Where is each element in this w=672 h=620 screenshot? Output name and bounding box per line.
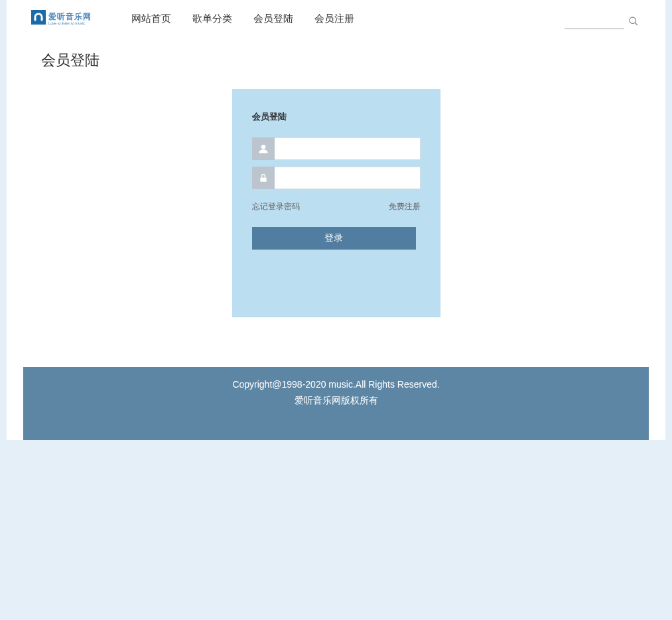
svg-line-4: [635, 23, 638, 25]
login-card: 会员登陆 忘记登录密码 免费注册 登录: [232, 89, 440, 317]
lock-icon: [252, 167, 275, 189]
svg-rect-2: [41, 18, 43, 21]
nav-home[interactable]: 网站首页: [131, 13, 171, 25]
user-icon: [252, 137, 275, 160]
headphones-icon: [31, 10, 46, 27]
logo-cn-text: 爱听音乐网: [48, 13, 92, 21]
logo-en-text: Love to listen to music: [48, 21, 92, 25]
forgot-password-link[interactable]: 忘记登录密码: [252, 201, 300, 212]
svg-rect-0: [31, 10, 46, 25]
login-button[interactable]: 登录: [252, 227, 416, 250]
search-area: [565, 16, 639, 29]
page-title: 会员登陆: [41, 50, 665, 70]
svg-rect-6: [260, 177, 266, 181]
password-row: [252, 167, 421, 189]
main-nav: 网站首页 歌单分类 会员登陆 会员注册: [131, 13, 354, 25]
footer: Copyright@1998-2020 music.All Rights Res…: [23, 367, 649, 440]
password-input[interactable]: [275, 167, 421, 189]
svg-point-5: [261, 145, 265, 149]
links-row: 忘记登录密码 免费注册: [252, 201, 421, 212]
svg-point-3: [630, 17, 636, 23]
search-icon[interactable]: [628, 16, 639, 29]
nav-register[interactable]: 会员注册: [314, 13, 354, 25]
free-register-link[interactable]: 免费注册: [389, 201, 421, 212]
nav-login[interactable]: 会员登陆: [253, 13, 293, 25]
card-title: 会员登陆: [252, 111, 421, 123]
username-row: [252, 137, 421, 160]
site-logo[interactable]: 爱听音乐网 Love to listen to music: [31, 10, 92, 27]
username-input[interactable]: [275, 137, 421, 160]
search-input[interactable]: [565, 16, 624, 29]
svg-rect-1: [34, 18, 36, 21]
footer-copyright: Copyright@1998-2020 music.All Rights Res…: [23, 379, 649, 390]
footer-rights: 爱听音乐网版权所有: [23, 395, 649, 407]
header: 爱听音乐网 Love to listen to music 网站首页 歌单分类 …: [7, 0, 665, 37]
nav-category[interactable]: 歌单分类: [192, 13, 232, 25]
